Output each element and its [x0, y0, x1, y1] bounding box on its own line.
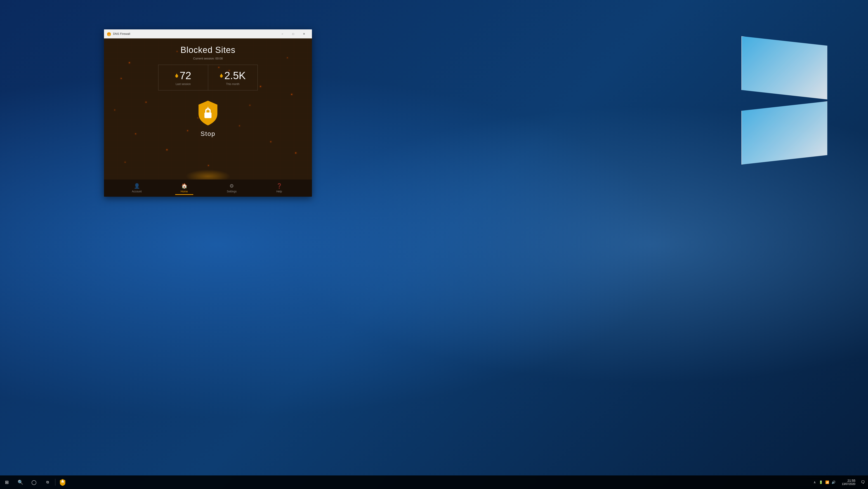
- windows-logo: [741, 36, 827, 167]
- taskbar: ⊞ 🔍 ◯ ⧉ ∧ 🔋 📶 🔊 21:55 13/07/2020 🗨: [0, 476, 868, 489]
- nav-home[interactable]: 🏠 Home: [175, 181, 193, 195]
- svg-text:🔥: 🔥: [107, 33, 111, 36]
- svg-rect-1: [204, 112, 211, 118]
- this-month-stat: 2.5K This month: [208, 65, 258, 90]
- stop-label: Stop: [200, 130, 215, 137]
- windows-logo-bottom: [741, 101, 827, 164]
- this-month-label: This month: [215, 83, 251, 86]
- app-window: 🔥 DNS Firewall − □ ✕ Blocked Sites Curre…: [104, 29, 312, 197]
- flame-dot-last: [175, 73, 178, 78]
- windows-logo-top: [741, 36, 827, 99]
- page-title: Blocked Sites: [180, 45, 235, 55]
- notification-button[interactable]: 🗨: [858, 476, 868, 489]
- window-controls: − □ ✕: [277, 31, 309, 37]
- tray-wifi-icon[interactable]: 📶: [825, 480, 830, 485]
- window-title: DNS Firewall: [113, 32, 275, 35]
- clock[interactable]: 21:55 13/07/2020: [839, 479, 858, 486]
- close-button[interactable]: ✕: [299, 31, 309, 37]
- nav-account-label: Account: [132, 190, 142, 193]
- search-button[interactable]: 🔍: [13, 476, 27, 489]
- main-content: Blocked Sites Current session: 00:08 72 …: [104, 38, 312, 180]
- stop-button[interactable]: Stop: [194, 99, 221, 137]
- clock-time: 21:55: [842, 479, 855, 483]
- app-icon: 🔥: [107, 32, 111, 36]
- maximize-button[interactable]: □: [288, 31, 298, 37]
- cortana-button[interactable]: ◯: [27, 476, 41, 489]
- nav-account[interactable]: 👤 Account: [128, 181, 146, 195]
- nav-help[interactable]: ❓ Help: [270, 181, 288, 195]
- settings-icon: ⚙: [229, 183, 234, 189]
- flame-dot-month: [220, 73, 223, 78]
- tray-battery-icon[interactable]: 🔋: [818, 480, 824, 485]
- last-session-label: Last session: [165, 83, 201, 86]
- this-month-value: 2.5K: [215, 69, 251, 82]
- taskbar-dns-firewall[interactable]: [57, 476, 68, 488]
- start-icon: ⊞: [5, 480, 9, 485]
- help-icon: ❓: [276, 183, 282, 189]
- tray-volume-icon[interactable]: 🔊: [831, 480, 836, 485]
- shield-icon: [194, 99, 221, 127]
- session-info: Current session: 00:08: [193, 57, 223, 60]
- stats-container: 72 Last session 2.5K This month: [158, 65, 258, 90]
- last-session-stat: 72 Last session: [158, 65, 208, 90]
- system-tray: ∧ 🔋 📶 🔊: [809, 480, 839, 485]
- nav-help-label: Help: [276, 190, 282, 193]
- nav-active-indicator: [175, 194, 193, 195]
- start-button[interactable]: ⊞: [0, 476, 13, 489]
- title-bar: 🔥 DNS Firewall − □ ✕: [104, 29, 312, 38]
- cortana-icon: ◯: [31, 480, 36, 485]
- minimize-button[interactable]: −: [277, 31, 287, 37]
- nav-settings-label: Settings: [227, 190, 237, 193]
- search-icon: 🔍: [18, 480, 23, 485]
- app-content: Blocked Sites Current session: 00:08 72 …: [104, 38, 312, 197]
- task-view-button[interactable]: ⧉: [41, 476, 54, 489]
- notification-icon: 🗨: [861, 480, 865, 485]
- last-session-value: 72: [165, 69, 201, 82]
- home-icon: 🏠: [181, 183, 187, 189]
- tray-overflow-icon[interactable]: ∧: [812, 480, 817, 485]
- nav-home-label: Home: [181, 190, 188, 193]
- task-view-icon: ⧉: [46, 480, 49, 484]
- nav-settings[interactable]: ⚙ Settings: [223, 181, 241, 195]
- clock-date: 13/07/2020: [842, 483, 855, 486]
- bottom-nav: 👤 Account 🏠 Home ⚙ Settings ❓ Help: [104, 180, 312, 197]
- account-icon: 👤: [134, 183, 140, 189]
